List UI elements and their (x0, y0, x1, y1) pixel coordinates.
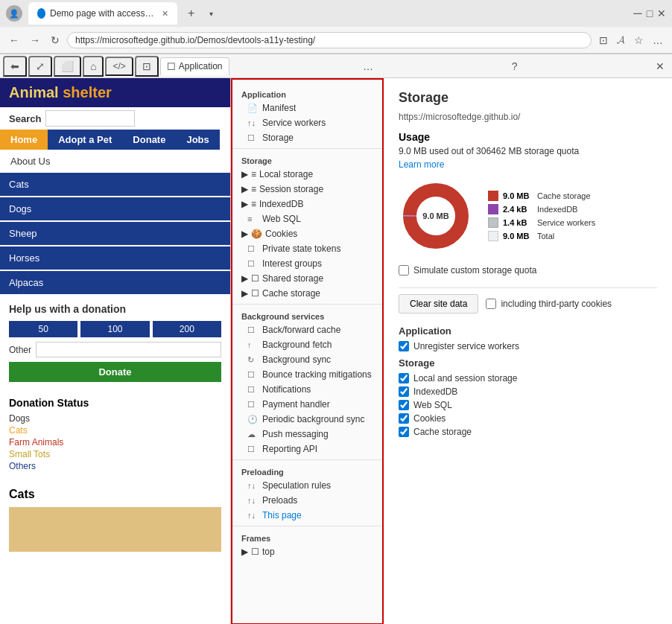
favorites-button[interactable]: ☆ (631, 33, 647, 48)
animal-item-sheep[interactable]: Sheep (0, 222, 230, 245)
sidebar-item-shared-storage[interactable]: ▶ ☐ Shared storage (232, 271, 382, 286)
forward-button[interactable]: → (27, 33, 43, 48)
tab-title: Demo page with accessibility iss... (50, 8, 154, 19)
close-button[interactable]: ✕ (657, 9, 666, 18)
donut-label: 9.0 MB (422, 211, 448, 220)
sidebar-item-manifest[interactable]: 📄 Manifest (232, 101, 382, 115)
nav-adopt[interactable]: Adopt a Pet (48, 130, 122, 150)
sidebar-item-this-page[interactable]: ↑↓ This page (232, 508, 382, 523)
sidebar-divider-2 (232, 304, 382, 305)
cookies-icon: 🍪 (251, 229, 262, 239)
amount-50[interactable]: 50 (9, 321, 77, 337)
sidebar-item-local-storage-label: Local storage (259, 169, 313, 179)
search-input[interactable] (45, 110, 135, 127)
nav-jobs[interactable]: Jobs (176, 130, 219, 150)
indexed-db-checkbox[interactable] (399, 386, 409, 397)
sidebar-item-session-storage[interactable]: ▶ ≡ Session storage (232, 182, 382, 197)
sidebar-item-background-sync[interactable]: ↻ Background sync (232, 352, 382, 367)
sidebar-item-push-messaging[interactable]: ☁ Push messaging (232, 427, 382, 442)
amount-100[interactable]: 100 (80, 321, 149, 337)
dt-tab-network[interactable]: ⊡ (135, 56, 159, 77)
sidebar-item-periodic-bg-sync[interactable]: 🕐 Periodic background sync (232, 412, 382, 427)
sidebar-item-indexed-db[interactable]: ▶ ≡ IndexedDB (232, 197, 382, 211)
clear-site-data-button[interactable]: Clear site data (399, 294, 478, 313)
sidebar-item-bounce-tracking[interactable]: ☐ Bounce tracking mitigations (232, 367, 382, 382)
active-tab[interactable]: Demo page with accessibility iss... ✕ (28, 2, 177, 25)
other-amount-row: Other (9, 342, 221, 357)
third-party-checkbox[interactable] (486, 299, 496, 309)
sidebar-item-background-fetch[interactable]: ↑ Background fetch (232, 337, 382, 352)
sidebar-item-notifications[interactable]: ☐ Notifications (232, 382, 382, 397)
animal-item-horses[interactable]: Horses (0, 246, 230, 270)
tab-dropdown-button[interactable]: ▾ (205, 10, 218, 18)
maximize-button[interactable]: □ (645, 9, 654, 18)
dt-help-button[interactable]: ? (507, 59, 522, 74)
sidebar-item-indexed-db-label: IndexedDB (259, 199, 303, 209)
amount-200[interactable]: 200 (153, 321, 221, 337)
dt-tab-arrows[interactable]: ⤢ (28, 56, 52, 77)
sidebar-item-reporting-api[interactable]: ☐ Reporting API (232, 442, 382, 456)
sidebar-item-payment-handler[interactable]: ☐ Payment handler (232, 397, 382, 412)
back-button[interactable]: ← (6, 33, 22, 48)
cookies-item: Cookies (399, 413, 657, 424)
cache-storage-checkbox[interactable] (399, 427, 409, 437)
sidebar-item-private-state-tokens[interactable]: ☐ Private state tokens (232, 241, 382, 256)
legend-total: 9.0 MB Total (488, 231, 595, 241)
new-tab-button[interactable]: + (183, 7, 199, 20)
status-small-tots: Small Tots (9, 449, 221, 459)
tab-close-icon[interactable]: ✕ (162, 9, 168, 19)
sidebar-item-preloads[interactable]: ↑↓ Preloads (232, 493, 382, 508)
dt-tab-back-forward[interactable]: ⬅ (3, 56, 27, 77)
dt-tab-home[interactable]: ⌂ (83, 56, 104, 77)
minimize-button[interactable]: ─ (633, 9, 642, 18)
sidebar-item-speculation-rules[interactable]: ↑↓ Speculation rules (232, 478, 382, 493)
animal-item-dogs[interactable]: Dogs (0, 197, 230, 220)
unregister-sw-checkbox[interactable] (399, 341, 409, 351)
sidebar-section-frames: Frames (232, 529, 382, 544)
nav-donate[interactable]: Donate (122, 130, 176, 150)
dt-close-button[interactable]: ✕ (651, 59, 669, 74)
user-avatar[interactable]: 👤 (6, 5, 22, 22)
sidebar-item-cache-storage[interactable]: ▶ ☐ Cache storage (232, 286, 382, 301)
nav-about[interactable]: About Us (0, 151, 60, 171)
expand-top-icon: ▶ (241, 547, 248, 557)
animal-item-alpacas[interactable]: Alpacas (0, 271, 230, 294)
simulate-checkbox[interactable] (399, 265, 409, 276)
collections-button[interactable]: ⊡ (596, 33, 611, 48)
local-session-checkbox[interactable] (399, 373, 409, 383)
read-aloud-button[interactable]: 𝓐 (614, 32, 628, 48)
status-farm-animals: Farm Animals (9, 437, 221, 448)
expand-cookies-icon: ▶ (241, 229, 248, 239)
sidebar-item-top-frame[interactable]: ▶ ☐ top (232, 544, 382, 559)
sidebar-item-web-sql[interactable]: ≡ Web SQL (232, 211, 382, 226)
local-storage-icon: ≡ (251, 169, 256, 179)
more-button[interactable]: … (650, 33, 666, 48)
preloads-icon: ↑↓ (247, 496, 258, 505)
storage-visual: 9.0 MB 9.0 MB Cache storage 2.4 kB Index… (399, 179, 657, 253)
animal-item-cats[interactable]: Cats (0, 173, 230, 196)
dt-tab-application[interactable]: ☐ Application (160, 57, 229, 75)
speculation-rules-icon: ↑↓ (247, 481, 258, 490)
sidebar-item-storage[interactable]: ☐ Storage (232, 130, 382, 145)
sidebar-item-service-workers[interactable]: ↑↓ Service workers (232, 115, 382, 130)
refresh-button[interactable]: ↻ (48, 33, 63, 48)
nav-home[interactable]: Home (0, 130, 48, 150)
dt-tab-page[interactable]: ⬜ (54, 56, 81, 77)
donation-amounts: 50 100 200 (9, 321, 221, 337)
address-input[interactable] (67, 32, 592, 48)
dt-tab-code[interactable]: </> (105, 57, 133, 76)
title-bar: 👤 Demo page with accessibility iss... ✕ … (0, 0, 672, 27)
sidebar-item-back-forward-cache[interactable]: ☐ Back/forward cache (232, 322, 382, 337)
web-sql-checkbox[interactable] (399, 400, 409, 410)
cookies-checkbox[interactable] (399, 413, 409, 424)
sidebar-item-local-storage[interactable]: ▶ ≡ Local storage (232, 167, 382, 182)
donate-button[interactable]: Donate (9, 362, 221, 382)
app-section-header: Application (399, 325, 657, 337)
dt-more-button[interactable]: … (358, 59, 378, 74)
learn-more-link[interactable]: Learn more (399, 159, 444, 170)
sidebar-item-interest-groups[interactable]: ☐ Interest groups (232, 256, 382, 271)
window-controls: ─ □ ✕ (633, 9, 666, 18)
other-amount-input[interactable] (36, 342, 221, 357)
sidebar-item-ra-label: Reporting API (262, 444, 317, 454)
sidebar-item-cookies[interactable]: ▶ 🍪 Cookies (232, 226, 382, 241)
